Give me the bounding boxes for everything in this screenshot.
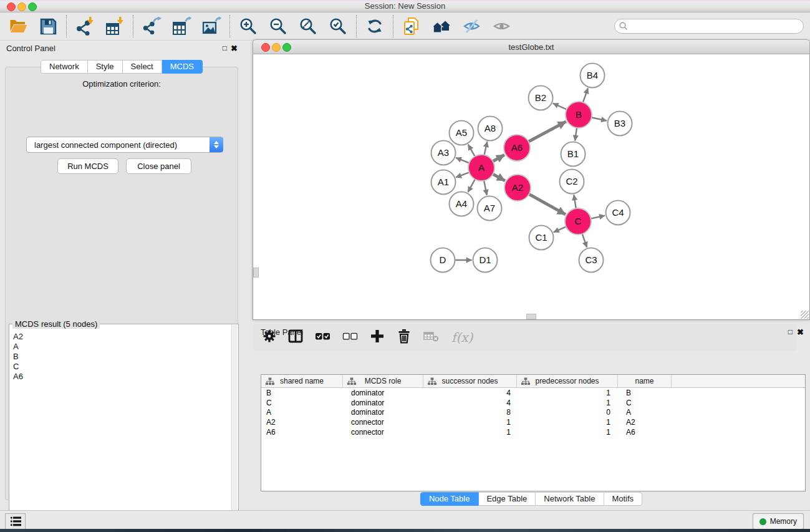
table-cell[interactable]: 1 <box>517 418 618 427</box>
search-field[interactable] <box>614 19 804 34</box>
table-cell[interactable]: 1 <box>423 428 517 437</box>
node-table[interactable]: shared nameMCDS rolesuccessor nodesprede… <box>261 374 806 491</box>
table-cell[interactable]: 1 <box>423 418 517 427</box>
network-canvas[interactable]: AA1A2A3A4A5A6A7A8BB1B2B3B4CC1C2C3C4DD1 <box>253 54 810 320</box>
table-cell[interactable]: A2 <box>261 418 343 427</box>
table-cell[interactable]: dominator <box>343 399 423 407</box>
bottom-grip[interactable] <box>526 314 536 319</box>
table-cell[interactable]: A <box>618 408 672 417</box>
deselect-all-icon[interactable] <box>342 329 358 346</box>
table-cell[interactable]: C <box>261 399 343 407</box>
search-input[interactable] <box>629 20 803 32</box>
table-cell[interactable]: 1 <box>517 428 618 437</box>
export-image-icon[interactable] <box>201 16 221 36</box>
table-cell[interactable]: C <box>618 399 672 407</box>
home-icon[interactable] <box>432 16 451 36</box>
zoom-in-icon[interactable] <box>238 16 258 36</box>
network-graph[interactable]: AA1A2A3A4A5A6A7A8BB1B2B3B4CC1C2C3C4DD1 <box>253 54 809 318</box>
app-titlebar[interactable]: Session: New Session <box>0 0 810 12</box>
tab-mcds[interactable]: MCDS <box>162 60 203 74</box>
clone-network-icon[interactable] <box>402 16 422 36</box>
table-cell[interactable]: dominator <box>343 389 423 397</box>
column-header-successor-nodes[interactable]: successor nodes <box>423 375 517 387</box>
table-cell[interactable]: 1 <box>517 399 618 407</box>
table-cell[interactable]: 1 <box>517 389 618 397</box>
result-item[interactable]: A2 <box>13 332 238 342</box>
hide-graphics-details-icon[interactable] <box>461 16 481 36</box>
zoom-selected-icon[interactable] <box>328 16 348 36</box>
network-minimize-button[interactable] <box>272 43 281 52</box>
float-table-panel-icon[interactable]: □ <box>788 327 793 336</box>
graph-node-label: A4 <box>456 198 467 209</box>
tab-network[interactable]: Network <box>41 60 88 74</box>
run-mcds-button[interactable]: Run MCDS <box>57 158 118 174</box>
table-cell[interactable]: 0 <box>517 408 618 417</box>
table-row[interactable]: A6connector11A6 <box>261 427 805 437</box>
table-row[interactable]: Adominator80A <box>261 408 805 418</box>
close-window-button[interactable] <box>7 2 16 11</box>
tab-motifs[interactable]: Motifs <box>604 492 642 506</box>
table-cell[interactable]: dominator <box>343 408 423 417</box>
network-close-button[interactable] <box>261 43 270 52</box>
zoom-window-button[interactable] <box>28 2 37 11</box>
criterion-value: largest connected component (directed) <box>27 140 210 150</box>
export-network-icon[interactable] <box>142 16 162 36</box>
table-cell[interactable]: connector <box>343 418 423 427</box>
memory-button[interactable]: Memory <box>753 513 804 530</box>
control-panel: Control Panel □ ✖ NetworkStyleSelectMCDS… <box>0 40 243 510</box>
table-cell[interactable]: 8 <box>423 408 517 417</box>
table-cell[interactable]: A2 <box>618 418 672 427</box>
tab-style[interactable]: Style <box>88 60 123 74</box>
tab-select[interactable]: Select <box>123 60 162 74</box>
close-panel-icon[interactable]: ✖ <box>231 44 238 53</box>
zoom-out-icon[interactable] <box>268 16 288 36</box>
tab-node-table[interactable]: Node Table <box>420 492 479 506</box>
table-row[interactable]: Bdominator41B <box>261 388 805 398</box>
close-panel-button[interactable]: Close panel <box>126 158 191 174</box>
column-header-shared-name[interactable]: shared name <box>261 375 343 387</box>
column-header-predecessor-nodes[interactable]: predecessor nodes <box>517 375 618 387</box>
save-session-icon[interactable] <box>38 16 58 36</box>
result-item[interactable]: A <box>13 342 238 352</box>
tab-edge-table[interactable]: Edge Table <box>478 492 536 506</box>
table-cell[interactable]: connector <box>343 428 423 437</box>
tab-network-table[interactable]: Network Table <box>536 492 604 506</box>
import-table-icon[interactable] <box>105 16 125 36</box>
result-item[interactable]: A6 <box>13 372 238 382</box>
table-cell[interactable]: A <box>261 408 343 417</box>
network-zoom-button[interactable] <box>282 43 291 52</box>
resize-grip-icon[interactable] <box>801 311 809 319</box>
show-graphics-details-icon[interactable] <box>491 16 511 36</box>
table-cell[interactable]: A6 <box>261 428 343 437</box>
table-row[interactable]: Cdominator41C <box>261 398 805 408</box>
add-column-icon[interactable] <box>370 329 385 346</box>
task-history-button[interactable] <box>5 513 26 530</box>
delete-column-icon[interactable] <box>397 329 412 346</box>
column-header-name[interactable]: name <box>618 375 672 387</box>
close-table-panel-icon[interactable]: ✖ <box>797 327 804 337</box>
mcds-result-list[interactable]: A2ABCA6 <box>9 324 238 382</box>
open-session-icon[interactable] <box>8 16 28 36</box>
column-header-MCDS-role[interactable]: MCDS role <box>343 375 423 387</box>
zoom-fit-icon[interactable] <box>298 16 318 36</box>
import-network-icon[interactable] <box>75 16 95 36</box>
table-row[interactable]: A2connector11A2 <box>261 417 805 427</box>
result-item[interactable]: C <box>13 362 238 372</box>
export-table-icon[interactable] <box>171 16 191 36</box>
criterion-dropdown[interactable]: largest connected component (directed) <box>26 137 223 153</box>
table-cell[interactable]: A6 <box>618 428 672 437</box>
minimize-window-button[interactable] <box>17 2 26 11</box>
table-cell[interactable]: B <box>261 389 343 397</box>
left-grip[interactable] <box>253 268 259 278</box>
graph-node-label: B4 <box>587 70 598 80</box>
table-cell[interactable]: 4 <box>423 399 517 407</box>
result-scrollbar[interactable] <box>231 325 238 532</box>
refresh-icon[interactable] <box>365 16 385 36</box>
network-window-titlebar[interactable]: testGlobe.txt <box>253 39 810 54</box>
table-cell[interactable]: 4 <box>423 389 517 397</box>
graph-node-label: B2 <box>535 92 546 103</box>
table-cell[interactable]: B <box>618 389 672 397</box>
select-all-icon[interactable] <box>315 329 330 346</box>
result-item[interactable]: B <box>13 352 238 362</box>
float-panel-icon[interactable]: □ <box>223 44 227 52</box>
